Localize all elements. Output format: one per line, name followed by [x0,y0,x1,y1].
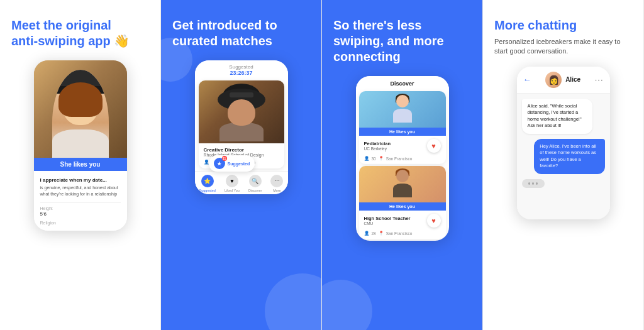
match-info-3a: Pediatrician UC Berkeley ♥ [359,136,446,156]
suggested-label: Suggested 23:26:37 [195,60,288,78]
chat-header: ← 👩 Alice ··· [517,67,610,94]
chat-title-area: 👩 Alice [545,72,580,88]
nav-discover-label: Discover [248,189,262,192]
match-card-3a: He likes you Pediatrician UC Berkeley ♥ … [359,91,446,164]
nav-liked-icon: ♥ [226,175,238,187]
match-school-3b: CMU [364,221,411,226]
timer: 23:26:37 [230,70,252,76]
nav-liked-label: Liked You [225,189,240,192]
match-title-3b: High School Teacher [364,216,411,221]
religion-label: Religion [40,221,121,225]
mini-head-2 [396,170,409,182]
panel-swiping: So there's less swiping, and more connec… [322,0,483,330]
profile-photo-1 [34,60,127,158]
nav-suggested-label: Suggested [199,189,216,192]
panel3-heading: So there's less swiping, and more connec… [333,18,471,65]
quote-bold: I appreciate when my date... [40,177,121,183]
match-school-3a: UC Berkeley [364,146,391,151]
nav-liked-you[interactable]: ♥ Liked You [225,175,240,192]
phone-mockup-3: Discover He likes you Pediatrician UC Be… [356,76,449,241]
phone-mockup-4: ← 👩 Alice ··· Alice said, "While social … [517,67,610,219]
nav-discover[interactable]: 🔍 Discover [248,175,262,192]
height-value: 5'6 [40,211,121,217]
more-options-button[interactable]: ··· [595,75,604,84]
profile-details: Height 5'6 Religion [40,202,121,225]
panel-chatting: More chatting Personalized icebreakers m… [483,0,644,330]
panel4-subheading: Personalized icebreakers make it easy to… [494,37,632,57]
sunglasses-shape [230,92,253,97]
match-meta-3a: 👤 30 📍 San Francisco [359,156,446,164]
discover-header: Discover [356,76,449,89]
suggested-badge: ★ 11 Suggested [209,155,255,172]
mini-person-2 [390,168,415,202]
mini-person-1 [390,94,415,128]
nav-discover-icon: 🔍 [249,175,262,187]
nav-more-label: More [273,189,281,192]
match-photo-3a [359,91,446,128]
heart-button-3a[interactable]: ♥ [427,139,441,153]
person-illustration-1 [52,70,109,158]
phone-content-1: I appreciate when my date... is genuine,… [34,171,127,231]
match-title-3a: Pediatrician [364,141,391,146]
quote-text: is genuine, respectful, and honest about… [40,185,121,197]
badge-count: 11 [222,156,227,161]
badge-avatar-icon: ★ 11 [214,158,225,169]
badge-label: Suggested [228,162,250,166]
heart-button-3b[interactable]: ♥ [427,214,441,228]
bottom-navigation: ⭐ Suggested ♥ Liked You 🔍 Discover ⋯ Mor… [195,171,288,194]
shoulders-shape [52,129,109,158]
bg-circle-3 [322,280,372,330]
location-icon-3a: 📍 [379,156,384,161]
chat-avatar: 👩 [545,72,562,88]
match-title: Creative Director [204,147,279,153]
mini-body-2 [393,184,412,197]
match-location-3b: San Francisco [386,231,413,236]
face-shape-2 [228,99,255,126]
panel1-heading: Meet the original anti-swiping app 👋 [11,18,149,49]
match-meta-3b: 👤 28 📍 San Francisco [359,231,446,239]
mini-body-1 [393,109,412,123]
phone-mockup-1: She likes you I appreciate when my date.… [34,60,127,231]
person-icon-3a: 👤 [364,156,369,161]
bg-circle-1 [265,273,322,330]
nav-suggested-icon: ⭐ [201,175,214,187]
incoming-message: Alice said, "While social distancing, I'… [522,99,592,134]
location-icon-3b: 📍 [379,231,384,236]
back-button[interactable]: ← [523,75,531,84]
match-info-3b: High School Teacher CMU ♥ [359,211,446,231]
likes-banner-1: She likes you [34,158,127,171]
outgoing-message: Hey Alice, I've been into all of these h… [534,139,604,174]
typing-indicator [522,179,545,188]
panel4-heading: More chatting [494,18,632,33]
match-photo-3b [359,166,446,202]
typing-dot-1 [528,182,530,185]
match-location-3a: San Francisco [386,157,413,161]
match-photo-2 [199,80,284,143]
nav-suggested[interactable]: ⭐ Suggested [199,175,216,192]
panel2-heading: Get introduced to curated matches [172,18,310,49]
he-likes-banner-2: He likes you [359,202,446,211]
chat-messages: Alice said, "While social distancing, I'… [517,94,610,219]
phone-mockup-2: Suggested 23:26:37 Creative Director Rho… [195,60,288,194]
typing-dot-2 [532,182,534,185]
person-icon-3b: 👤 [364,231,369,236]
match-details-3b: High School Teacher CMU [364,216,411,226]
person-illustration-2 [216,84,267,143]
chat-name: Alice [565,76,580,83]
nav-more-icon: ⋯ [270,175,283,187]
panel-anti-swiping: Meet the original anti-swiping app 👋 She… [0,0,161,330]
he-likes-banner-1: He likes you [359,128,446,136]
mini-head-1 [396,95,409,107]
hair-shape [58,82,103,117]
typing-dot-3 [536,182,538,185]
match-card-3b: He likes you High School Teacher CMU ♥ 👤… [359,166,446,239]
height-label: Height [40,206,121,211]
match-details-3a: Pediatrician UC Berkeley [364,141,391,151]
nav-more[interactable]: ⋯ More [270,175,283,192]
match-age-3a: 30 [372,157,376,161]
panel-curated-matches: Get introduced to curated matches Sugges… [161,0,322,330]
match-age-3b: 28 [372,231,376,236]
